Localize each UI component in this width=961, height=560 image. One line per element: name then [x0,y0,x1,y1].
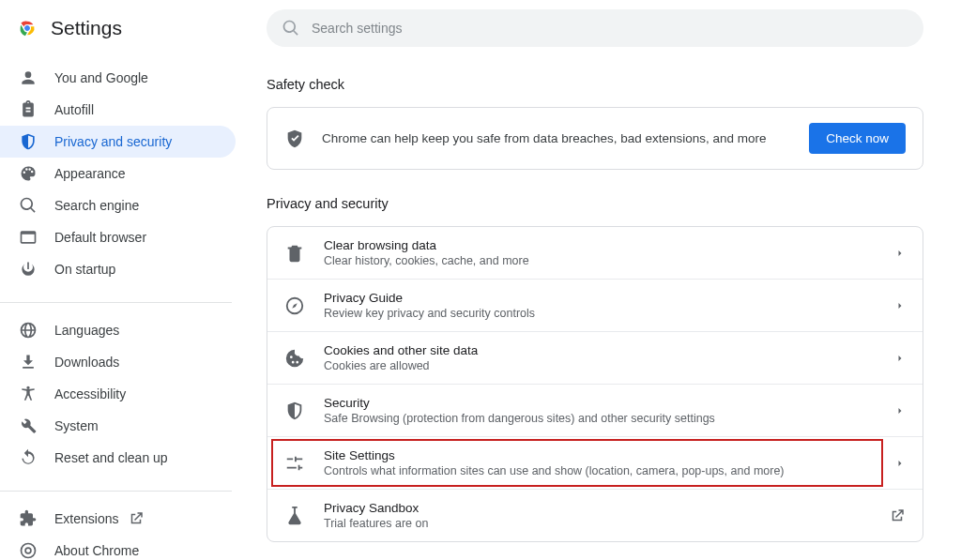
search-input[interactable] [267,9,923,47]
shield-icon [284,401,305,421]
search-icon [282,19,300,38]
sliders-icon [284,453,305,474]
row-title: Cookies and other site data [324,343,883,357]
chevron-right-icon [894,353,906,364]
row-subtitle: Review key privacy and security controls [324,307,883,320]
row-site-settings[interactable]: Site Settings Controls what information … [267,436,923,489]
section-privacy-security: Privacy and security Clear browsing data… [267,196,923,542]
row-privacy-guide[interactable]: Privacy Guide Review key privacy and sec… [267,279,923,331]
trash-icon [284,243,305,264]
cookie-icon [284,348,305,369]
row-subtitle: Trial features are on [324,517,877,530]
row-privacy-sandbox[interactable]: Privacy Sandbox Trial features are on [267,489,923,541]
flask-icon [284,506,305,526]
row-title: Clear browsing data [324,238,883,252]
row-text: Site Settings Controls what information … [324,448,883,477]
privacy-list-card: Clear browsing data Clear history, cooki… [267,226,923,542]
row-subtitle: Cookies are allowed [324,359,883,372]
row-text: Clear browsing data Clear history, cooki… [324,238,883,267]
chevron-right-icon [894,458,906,469]
row-title: Privacy Sandbox [324,501,877,515]
row-title: Security [324,396,883,410]
row-subtitle: Safe Browsing (protection from dangerous… [324,412,883,425]
row-security[interactable]: Security Safe Browsing (protection from … [267,384,923,436]
chevron-right-icon [894,405,906,416]
chevron-right-icon [894,300,906,311]
external-link-icon [889,507,906,524]
row-text: Privacy Guide Review key privacy and sec… [324,291,883,320]
row-text: Privacy Sandbox Trial features are on [324,501,877,530]
row-clear-browsing-data[interactable]: Clear browsing data Clear history, cooki… [267,227,923,279]
row-text: Security Safe Browsing (protection from … [324,396,883,425]
row-title: Privacy Guide [324,291,883,305]
search-wrap [267,9,923,47]
row-title: Site Settings [324,448,883,462]
chevron-right-icon [894,248,906,259]
row-subtitle: Clear history, cookies, cache, and more [324,254,883,267]
compass-icon [284,295,305,316]
row-text: Cookies and other site data Cookies are … [324,343,883,372]
row-subtitle: Controls what information sites can use … [324,464,883,477]
row-cookies[interactable]: Cookies and other site data Cookies are … [267,331,923,384]
